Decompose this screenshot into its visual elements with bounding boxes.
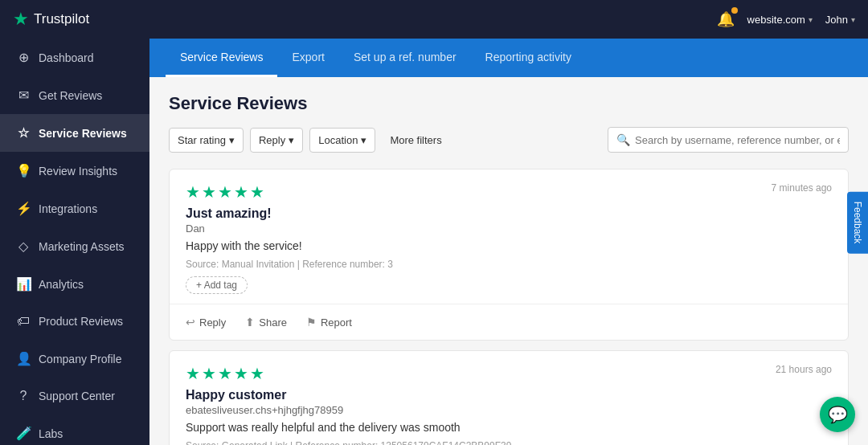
sidebar-label-get-reviews: Get Reviews [39,89,102,102]
sidebar-item-company-profile[interactable]: 👤 Company Profile [0,340,149,378]
star-rating-chevron-icon: ▾ [229,134,235,146]
review-header: ★ ★ ★ ★ ★ Just amazing! Dan 7 minutes ag… [186,182,832,235]
review-stars: ★ ★ ★ ★ ★ [186,182,272,202]
sidebar-item-marketing-assets[interactable]: ◇ Marketing Assets [0,227,149,265]
user-name: John [825,14,848,26]
reply-label: Reply [259,134,285,146]
top-nav: ★ Trustpilot 🔔 website.com ▾ John ▾ [0,0,868,39]
star-rating-filter[interactable]: Star rating ▾ [169,128,244,153]
search-box: 🔍 [608,127,849,153]
sidebar-label-dashboard: Dashboard [39,51,94,64]
star-icon: ★ [234,182,248,202]
page-title: Service Reviews [169,93,849,114]
tab-reporting[interactable]: Reporting activity [471,39,586,77]
sidebar-label-analytics: Analytics [39,278,84,291]
tab-service-reviews[interactable]: Service Reviews [166,39,277,77]
reply-chevron-icon: ▾ [289,134,294,146]
sidebar-label-company-profile: Company Profile [39,353,122,365]
feedback-tab[interactable]: Feedback [847,192,868,254]
star-icon: ★ [250,364,264,383]
review-actions: ↩ Reply ⬆ Share ⚑ Report [170,304,848,340]
mail-icon: ✉ [16,88,31,103]
review-time: 21 hours ago [776,364,832,375]
star-icon: ★ [186,364,200,383]
dashboard-icon: ⊕ [16,50,31,65]
website-selector[interactable]: website.com ▾ [747,14,813,26]
location-filter[interactable]: Location ▾ [309,128,375,153]
sub-nav: Service Reviews Export Set up a ref. num… [149,39,868,77]
report-button[interactable]: ⚑ Report [306,312,352,332]
review-stars: ★ ★ ★ ★ ★ [186,364,343,383]
filter-bar: Star rating ▾ Reply ▾ Location ▾ More fi… [169,127,849,153]
review-text: Happy with the service! [186,239,832,252]
review-title-section: ★ ★ ★ ★ ★ Happy customer ebatesliveuser.… [186,364,343,416]
tab-ref-number[interactable]: Set up a ref. number [339,39,471,77]
reply-icon: ↩ [186,316,195,329]
reply-button[interactable]: ↩ Reply [186,312,226,332]
review-header: ★ ★ ★ ★ ★ Happy customer ebatesliveuser.… [186,364,832,416]
integrations-icon: ⚡ [16,201,31,216]
review-body: ★ ★ ★ ★ ★ Just amazing! Dan 7 minutes ag… [170,169,848,304]
sidebar-label-review-insights: Review Insights [39,165,117,178]
review-meta: Source: Manual Invitation | Reference nu… [186,259,832,270]
support-icon: ? [16,389,31,403]
star-icon: ★ [250,182,264,202]
trustpilot-logo[interactable]: ★ Trustpilot [13,9,89,30]
review-card: ★ ★ ★ ★ ★ Happy customer ebatesliveuser.… [169,350,849,445]
feedback-label: Feedback [852,202,863,244]
review-author: Dan [186,222,272,235]
star-icon: ★ [202,182,216,202]
sidebar-item-service-reviews[interactable]: ☆ Service Reviews [0,114,149,152]
sidebar-item-analytics[interactable]: 📊 Analytics [0,265,149,303]
bulb-icon: 💡 [16,163,31,178]
sidebar-item-integrations[interactable]: ⚡ Integrations [0,190,149,227]
user-menu[interactable]: John ▾ [825,14,855,26]
star-icon: ★ [218,182,232,202]
sidebar-item-dashboard[interactable]: ⊕ Dashboard [0,39,149,76]
add-tag-button[interactable]: + Add tag [186,276,248,294]
nav-right: 🔔 website.com ▾ John ▾ [717,10,855,28]
sidebar-item-support-center[interactable]: ? Support Center [0,378,149,414]
more-filters-button[interactable]: More filters [382,129,449,152]
sidebar-label-service-reviews: Service Reviews [39,127,127,140]
share-button[interactable]: ⬆ Share [245,312,287,332]
search-icon: 🔍 [616,133,630,146]
trustpilot-star-icon: ★ [13,9,29,30]
sidebar-item-product-reviews[interactable]: 🏷 Product Reviews [0,303,149,340]
tab-export[interactable]: Export [277,39,338,77]
sidebar-item-labs[interactable]: 🧪 Labs [0,414,149,445]
user-chevron-icon: ▾ [851,15,855,24]
star-icon: ★ [186,182,200,202]
review-author: ebatesliveuser.chs+hjhgfjhg78959 [186,404,343,416]
brand-name: Trustpilot [34,11,89,27]
star-icon: ★ [234,364,248,383]
marketing-icon: ◇ [16,239,31,254]
star-icon: ★ [218,364,232,383]
report-label: Report [321,316,352,329]
reply-filter[interactable]: Reply ▾ [250,128,303,153]
sidebar-label-integrations: Integrations [39,202,97,215]
sidebar-label-support-center: Support Center [39,390,115,402]
sidebar: ⊕ Dashboard ✉ Get Reviews ☆ Service Revi… [0,39,149,445]
notifications-bell-icon[interactable]: 🔔 [717,10,735,28]
reply-label: Reply [199,316,226,329]
content-area: Service Reviews Export Set up a ref. num… [149,39,868,445]
review-meta: Source: Generated Link | Reference numbe… [186,440,832,445]
chat-button[interactable]: 💬 [820,397,855,432]
search-input[interactable] [635,134,840,146]
star-outline-icon: ☆ [16,125,31,141]
review-body: ★ ★ ★ ★ ★ Happy customer ebatesliveuser.… [170,351,848,445]
more-filters-label: More filters [390,134,441,146]
review-time: 7 minutes ago [772,182,832,194]
sidebar-label-marketing-assets: Marketing Assets [39,240,125,253]
star-icon: ★ [202,364,216,383]
star-rating-label: Star rating [178,134,226,146]
product-icon: 🏷 [16,314,31,329]
share-icon: ⬆ [245,316,255,329]
main-layout: ⊕ Dashboard ✉ Get Reviews ☆ Service Revi… [0,39,868,445]
labs-icon: 🧪 [16,426,31,441]
sidebar-item-review-insights[interactable]: 💡 Review Insights [0,152,149,190]
website-chevron-icon: ▾ [809,15,813,24]
sidebar-item-get-reviews[interactable]: ✉ Get Reviews [0,76,149,114]
review-card: ★ ★ ★ ★ ★ Just amazing! Dan 7 minutes ag… [169,169,849,341]
